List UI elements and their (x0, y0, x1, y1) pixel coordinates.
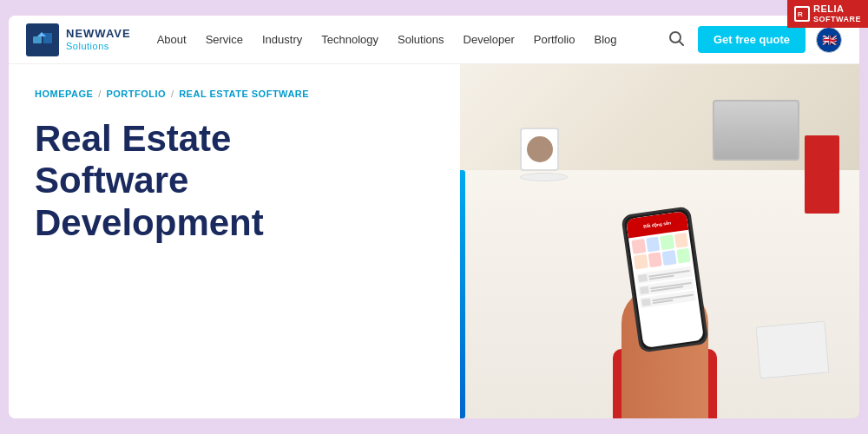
svg-point-6 (670, 32, 681, 43)
phone-screen: Bất động sản (626, 211, 704, 348)
relia-badge: R RELIA SOFTWARE (787, 0, 868, 28)
phone-grid-item (631, 239, 646, 254)
phone-grid-item (676, 248, 691, 264)
hero-image-panel: Bất động sản (460, 64, 859, 418)
phone-grid-item (662, 250, 677, 266)
page-title-line1: Real Estate (35, 118, 231, 159)
page-title-line3: Development (35, 202, 264, 243)
listing-thumb (640, 286, 649, 294)
logo-icon (26, 23, 59, 56)
red-book-decoration (805, 135, 839, 214)
page-title-line2: Software (35, 160, 188, 201)
nav-blog[interactable]: Blog (594, 33, 616, 46)
listing-thumb (638, 274, 648, 282)
logo-text: NEWWAVE Solutions (66, 28, 131, 50)
nav-actions: Get free quote 🇬🇧 (665, 26, 842, 53)
nav-technology[interactable]: Technology (321, 33, 378, 46)
relia-name: RELIA (813, 3, 861, 15)
relia-text: RELIA SOFTWARE (813, 3, 861, 24)
navbar: NEWWAVE Solutions About Service Industry… (9, 16, 859, 64)
phone-grid-item (634, 254, 648, 270)
svg-text:R: R (798, 10, 803, 18)
listing-lines (650, 281, 692, 292)
phone-grid-item (648, 252, 662, 267)
left-accent-bar (460, 170, 465, 418)
breadcrumb: HOMEPAGE / PORTFOLIO / REAL ESTATE SOFTW… (35, 89, 434, 99)
nav-about[interactable]: About (157, 33, 187, 46)
relia-sub: SOFTWARE (813, 15, 861, 24)
phone-app-grid (628, 230, 694, 273)
logo-name: NEWWAVE (66, 28, 131, 40)
nav-portfolio[interactable]: Portfolio (534, 33, 575, 46)
breadcrumb-homepage[interactable]: HOMEPAGE (35, 89, 93, 99)
listing-lines (652, 293, 694, 304)
search-button[interactable] (665, 27, 687, 52)
nav-service[interactable]: Service (206, 33, 243, 46)
page-wrapper: R RELIA SOFTWARE NEWWAVE (0, 0, 868, 434)
notebook-decoration (756, 321, 830, 379)
breadcrumb-portfolio[interactable]: PORTFOLIO (106, 89, 166, 99)
breadcrumb-sep-2: / (171, 89, 174, 99)
content-area: HOMEPAGE / PORTFOLIO / REAL ESTATE SOFTW… (9, 64, 859, 418)
main-card: NEWWAVE Solutions About Service Industry… (9, 16, 859, 418)
laptop-decoration (713, 100, 799, 161)
left-panel: HOMEPAGE / PORTFOLIO / REAL ESTATE SOFTW… (9, 64, 460, 418)
get-free-quote-button[interactable]: Get free quote (698, 26, 806, 53)
hero-image: Bất động sản (460, 64, 859, 418)
logo-tagline: Solutions (66, 41, 131, 51)
listing-lines (648, 269, 690, 279)
svg-line-7 (680, 42, 683, 45)
phone-grid-item (646, 237, 661, 253)
nav-links: About Service Industry Technology Soluti… (157, 33, 665, 46)
phone-grid-item (674, 233, 688, 248)
breadcrumb-sep-1: / (98, 89, 101, 99)
page-title: Real Estate Software Development (35, 118, 434, 244)
search-icon (668, 30, 684, 46)
nav-solutions[interactable]: Solutions (398, 33, 444, 46)
language-button[interactable]: 🇬🇧 (816, 27, 842, 53)
svg-rect-4 (43, 33, 52, 43)
svg-rect-3 (33, 36, 42, 43)
logo[interactable]: NEWWAVE Solutions (26, 23, 131, 56)
phone-grid-item (660, 234, 674, 250)
nav-developer[interactable]: Developer (464, 33, 515, 46)
relia-logo-icon: R (794, 6, 810, 22)
coffee-cup-decoration (520, 128, 568, 184)
breadcrumb-current: REAL ESTATE SOFTWARE (179, 89, 309, 99)
hand-with-phone: Bất động sản (604, 158, 743, 418)
listing-thumb (641, 299, 651, 306)
nav-industry[interactable]: Industry (262, 33, 302, 46)
phone-app-title: Bất động sản (643, 220, 672, 228)
